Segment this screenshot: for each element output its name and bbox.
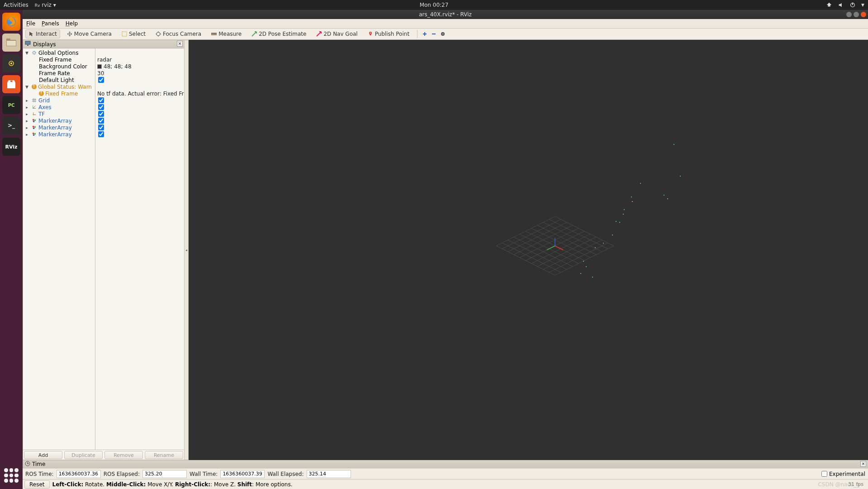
svg-point-23 [34, 119, 36, 121]
window-close-button[interactable] [861, 12, 866, 17]
focus-icon [156, 31, 161, 37]
rename-button[interactable]: Rename [145, 451, 183, 459]
minus-icon[interactable] [431, 31, 436, 37]
tree-value[interactable] [95, 97, 184, 104]
radar-point [586, 266, 587, 267]
window-maximize-button[interactable] [854, 12, 859, 17]
displays-panel: Displays × ▼Global OptionsFixed FrameBac… [23, 40, 185, 460]
duplicate-button[interactable]: Duplicate [64, 451, 103, 459]
dock-pycharm[interactable]: PC [2, 96, 20, 114]
tree-row[interactable]: ▼Global Status: Warn [23, 83, 95, 90]
menu-file[interactable]: File [26, 20, 35, 27]
volume-icon[interactable] [838, 2, 844, 8]
ros-elapsed-field[interactable] [142, 470, 187, 478]
network-icon[interactable] [826, 2, 832, 8]
tree-row[interactable]: ▸MarkerArray [23, 117, 95, 124]
radar-point [583, 261, 584, 262]
radar-point [632, 201, 633, 202]
remove-icon[interactable] [440, 31, 446, 37]
dock-rviz[interactable]: RViz [2, 138, 20, 156]
experimental-label: Experimental [829, 471, 865, 477]
tree-row[interactable]: ▸TF [23, 110, 95, 117]
time-close-button[interactable]: × [860, 461, 866, 467]
tree-value[interactable] [95, 131, 184, 138]
tree-value[interactable]: 48; 48; 48 [95, 63, 184, 70]
reset-button[interactable]: Reset [24, 480, 50, 489]
svg-point-16 [370, 33, 371, 34]
tree-row[interactable]: ▸MarkerArray [23, 124, 95, 131]
svg-point-29 [34, 133, 36, 134]
tree-row[interactable]: ▼Global Options [23, 49, 95, 56]
tool-move-camera[interactable]: Move Camera [64, 29, 115, 38]
tree-row[interactable]: ▸Axes [23, 104, 95, 110]
tree-value[interactable] [95, 104, 184, 110]
add-button[interactable]: Add [24, 451, 62, 459]
tool-interact[interactable]: Interact [25, 29, 60, 38]
menu-help[interactable]: Help [66, 20, 78, 27]
app-menu[interactable]: Rv rviz ▾ [35, 2, 56, 8]
tree-row[interactable]: Fixed Frame [23, 90, 95, 97]
tree-checkbox[interactable] [98, 111, 104, 117]
menubar: File Panels Help [23, 19, 868, 29]
wall-elapsed-field[interactable] [307, 470, 351, 478]
remove-button[interactable]: Remove [104, 451, 143, 459]
power-icon[interactable] [849, 2, 856, 8]
tree-row[interactable]: Background Color [23, 63, 95, 70]
tree-value[interactable] [95, 83, 184, 90]
tool-measure[interactable]: Measure [208, 29, 245, 38]
rviz-3d-viewport[interactable] [189, 40, 868, 460]
menu-panels[interactable]: Panels [42, 20, 59, 27]
tree-value[interactable] [95, 124, 184, 131]
tree-row[interactable]: ▸MarkerArray [23, 131, 95, 138]
displays-tree[interactable]: ▼Global OptionsFixed FrameBackground Col… [23, 48, 184, 450]
tree-checkbox[interactable] [98, 125, 104, 130]
tree-value[interactable] [95, 49, 184, 56]
tree-checkbox[interactable] [98, 97, 104, 103]
dock-software[interactable] [2, 75, 20, 93]
tree-checkbox[interactable] [98, 131, 104, 137]
window-minimize-button[interactable] [846, 12, 852, 17]
displays-button-row: Add Duplicate Remove Rename [23, 450, 184, 460]
tree-row[interactable]: Fixed Frame [23, 56, 95, 63]
panel-collapse-handle[interactable] [185, 40, 189, 460]
tool-publish-point[interactable]: Publish Point [365, 29, 413, 38]
window-titlebar[interactable]: ars_40X.rviz* - RViz [23, 10, 868, 19]
dock-terminal[interactable]: >_ [2, 117, 20, 135]
experimental-checkbox[interactable] [821, 471, 827, 477]
tree-row[interactable]: Frame Rate [23, 70, 95, 77]
tree-row[interactable]: ▸Grid [23, 97, 95, 104]
displays-close-button[interactable]: × [177, 41, 183, 47]
time-panel-header[interactable]: Time × [23, 460, 868, 468]
radar-point [674, 144, 674, 145]
svg-point-21 [33, 114, 34, 115]
tree-row[interactable]: Default Light [23, 77, 95, 83]
tree-value[interactable] [95, 110, 184, 117]
tree-checkbox[interactable] [98, 118, 104, 124]
dock-rhythmbox[interactable] [2, 54, 20, 72]
radar-point [619, 222, 620, 223]
svg-rect-13 [122, 32, 127, 36]
grid-visualization [189, 40, 867, 343]
tree-value[interactable]: 30 [95, 70, 184, 77]
tree-value[interactable] [95, 77, 184, 83]
tool-select[interactable]: Select [119, 29, 149, 38]
dock-files[interactable] [2, 34, 20, 52]
plus-icon[interactable] [422, 31, 427, 37]
tool-focus-camera[interactable]: Focus Camera [152, 29, 204, 38]
dock-show-apps[interactable] [4, 468, 19, 483]
chevron-down-icon[interactable]: ▼ [861, 3, 864, 7]
tree-value[interactable] [95, 117, 184, 124]
radar-point [631, 197, 632, 197]
dock-firefox[interactable] [2, 13, 20, 31]
tool-2d-nav-goal[interactable]: 2D Nav Goal [313, 29, 360, 38]
displays-panel-header[interactable]: Displays × [23, 40, 184, 48]
ros-time-field[interactable] [57, 470, 101, 478]
wall-time-field[interactable] [220, 470, 265, 478]
tool-2d-pose-estimate[interactable]: 2D Pose Estimate [248, 29, 309, 38]
tree-value[interactable]: No tf data. Actual error: Fixed Fra… [95, 90, 184, 97]
tree-checkbox[interactable] [98, 77, 104, 83]
activities-button[interactable]: Activities [4, 2, 28, 8]
svg-point-8 [10, 62, 12, 64]
tree-checkbox[interactable] [98, 104, 104, 110]
tree-value[interactable]: radar [95, 56, 184, 63]
